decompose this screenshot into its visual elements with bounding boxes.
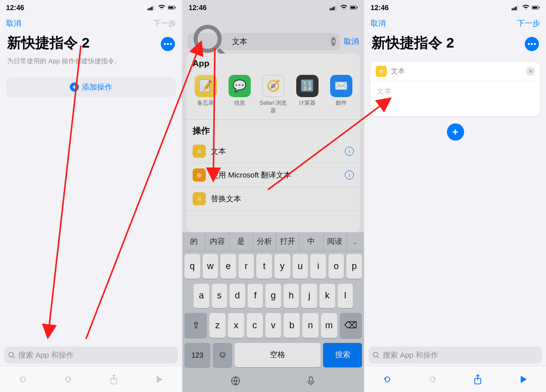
svg-rect-15 xyxy=(350,7,355,9)
svg-rect-0 xyxy=(148,9,149,11)
keyboard[interactable]: 的 内容 是 分析 打开 中 阅读 ⌄ qwertyuiop asdfghjkl… xyxy=(183,232,364,392)
kb-row-2: asdfghjkl xyxy=(183,281,364,311)
action-translate[interactable]: ⊕使用 Microsoft 翻译文本i xyxy=(187,163,360,187)
key-q[interactable]: q xyxy=(185,254,200,279)
svg-rect-6 xyxy=(175,7,175,9)
next-button[interactable]: 下一步 xyxy=(153,19,176,28)
kb-row-1: qwertyuiop xyxy=(183,251,364,281)
status-time: 12:46 xyxy=(189,4,207,12)
svg-rect-23 xyxy=(515,7,517,10)
page-title: 新快捷指令 2 xyxy=(0,31,97,57)
messages-icon: 💬 xyxy=(229,75,251,97)
svg-rect-10 xyxy=(330,9,331,11)
svg-point-17 xyxy=(196,27,220,51)
search-row: ✕ 取消 xyxy=(183,31,364,52)
page-title: 新快捷指令 2 xyxy=(365,31,461,57)
globe-icon[interactable] xyxy=(230,375,241,386)
page-subtitle: 为日常使用的 App 操作创建快捷指令。 xyxy=(0,57,182,73)
share-button[interactable] xyxy=(470,371,486,387)
app-calc[interactable]: 🔢计算器 xyxy=(292,75,323,114)
app-messages[interactable]: 💬信息 xyxy=(224,75,255,114)
status-bar: 12:46 xyxy=(0,0,182,15)
svg-rect-3 xyxy=(153,6,155,10)
svg-rect-12 xyxy=(333,7,335,10)
redo-button[interactable] xyxy=(425,371,441,387)
action-replace[interactable]: ≡替换文本 xyxy=(187,187,360,211)
backspace-key[interactable]: ⌫ xyxy=(340,313,362,338)
undo-button[interactable] xyxy=(379,371,395,387)
more-button[interactable] xyxy=(161,37,175,51)
svg-line-8 xyxy=(13,357,15,358)
more-button[interactable] xyxy=(525,37,539,51)
results-sheet: App 📝备忘录 💬信息 🧭Safari 浏览器 🔢计算器 ✉️邮件 操作 ≡文… xyxy=(187,54,360,232)
search-icon xyxy=(8,352,15,359)
text-action-icon: ≡ xyxy=(193,145,206,158)
svg-line-29 xyxy=(378,357,379,358)
svg-rect-20 xyxy=(309,377,312,382)
play-button[interactable] xyxy=(151,371,167,387)
play-button[interactable] xyxy=(515,371,531,387)
search-input-container[interactable]: ✕ xyxy=(188,33,340,50)
search-bar[interactable]: 搜索 App 和操作 xyxy=(369,346,542,364)
next-button[interactable]: 下一步 xyxy=(517,19,540,28)
cancel-button[interactable]: 取消 xyxy=(371,19,386,28)
clear-icon[interactable]: ✕ xyxy=(331,37,336,46)
svg-rect-1 xyxy=(150,8,151,10)
text-action-card[interactable]: ≡ 文本 ✕ 文本 xyxy=(371,62,540,116)
status-time: 12:46 xyxy=(371,4,389,12)
info-icon[interactable]: i xyxy=(345,147,354,156)
card-input[interactable]: 文本 xyxy=(371,81,540,116)
translate-action-icon: ⊕ xyxy=(193,168,206,182)
search-placeholder: 搜索 App 和操作 xyxy=(383,351,438,360)
app-notes[interactable]: 📝备忘录 xyxy=(191,75,221,114)
nav-bar: 取消 下一步 xyxy=(0,15,182,31)
undo-button[interactable] xyxy=(15,371,31,387)
add-fab[interactable]: + xyxy=(447,123,464,141)
notes-icon: 📝 xyxy=(195,75,217,97)
share-button[interactable] xyxy=(106,371,122,387)
svg-rect-11 xyxy=(332,8,333,10)
search-key[interactable]: 搜索 xyxy=(323,343,362,368)
add-action-button[interactable]: + 添加操作 xyxy=(6,77,176,97)
status-time: 12:46 xyxy=(6,4,24,12)
action-text[interactable]: ≡文本i xyxy=(187,140,360,163)
app-mail[interactable]: ✉️邮件 xyxy=(326,75,356,114)
plus-icon: + xyxy=(70,82,79,92)
svg-rect-24 xyxy=(517,6,519,10)
status-icons xyxy=(330,5,358,11)
screen-2: 12:46 ✕ 取消 App 📝备忘录 💬信息 🧭Safari 浏览器 🔢计算器… xyxy=(182,0,364,392)
svg-rect-27 xyxy=(539,7,539,9)
status-icons xyxy=(512,5,540,11)
emoji-key[interactable]: ☺ xyxy=(213,343,232,368)
app-safari[interactable]: 🧭Safari 浏览器 xyxy=(258,75,289,114)
toolbar xyxy=(365,366,546,392)
close-icon[interactable]: ✕ xyxy=(526,67,535,76)
svg-rect-13 xyxy=(335,6,337,10)
cancel-button[interactable]: 取消 xyxy=(6,19,21,28)
search-bar[interactable]: 搜索 App 和操作 xyxy=(4,346,178,364)
text-action-icon: ≡ xyxy=(376,66,387,77)
123-key[interactable]: 123 xyxy=(185,343,210,368)
space-key[interactable]: 空格 xyxy=(235,343,321,368)
app-row: 📝备忘录 💬信息 🧭Safari 浏览器 🔢计算器 ✉️邮件 xyxy=(187,72,360,120)
toolbar xyxy=(0,366,182,392)
search-icon xyxy=(373,352,380,359)
search-input[interactable] xyxy=(232,37,328,46)
screen-1: 12:46 取消 下一步 新快捷指令 2 为日常使用的 App 操作创建快捷指令… xyxy=(0,0,182,392)
candidate-bar[interactable]: 的 内容 是 分析 打开 中 阅读 ⌄ xyxy=(183,232,364,251)
candidate-expand-icon[interactable]: ⌄ xyxy=(347,232,364,251)
kb-row-3: ⇧ zxcvbnm ⌫ xyxy=(183,311,364,340)
redo-button[interactable] xyxy=(60,371,76,387)
cancel-button[interactable]: 取消 xyxy=(344,37,359,47)
mic-icon[interactable] xyxy=(305,375,316,386)
search-placeholder: 搜索 App 和操作 xyxy=(18,351,74,360)
shift-key[interactable]: ⇧ xyxy=(185,313,207,338)
info-icon[interactable]: i xyxy=(345,170,354,180)
calculator-icon: 🔢 xyxy=(296,75,318,97)
svg-rect-21 xyxy=(512,9,513,11)
status-bar: 12:46 xyxy=(365,0,546,15)
status-bar: 12:46 xyxy=(183,0,364,15)
add-action-label: 添加操作 xyxy=(82,82,112,92)
safari-icon: 🧭 xyxy=(262,75,285,97)
card-title: 文本 xyxy=(391,67,405,76)
